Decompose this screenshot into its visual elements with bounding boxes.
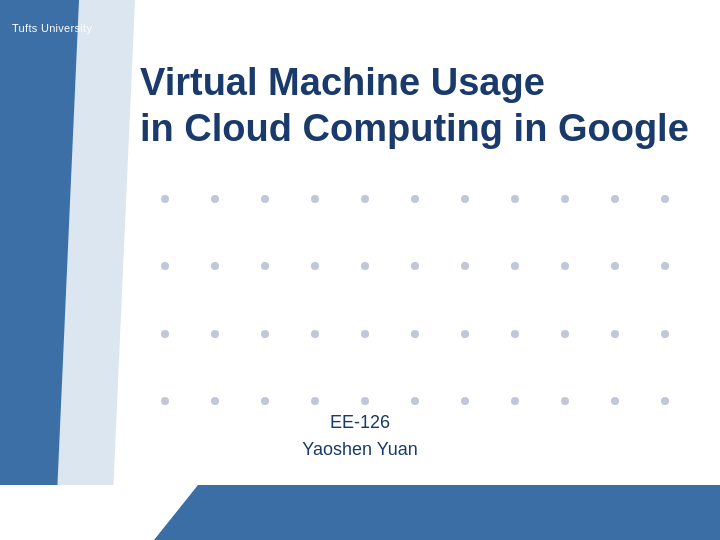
dot (211, 195, 219, 203)
dot (411, 195, 419, 203)
dot (611, 397, 619, 405)
bottom-bar (0, 485, 720, 540)
dot (161, 262, 169, 270)
dot (561, 195, 569, 203)
dot-grid (140, 181, 690, 450)
dot (511, 195, 519, 203)
dot (311, 330, 319, 338)
dot (161, 330, 169, 338)
dot (261, 195, 269, 203)
slide-title: Virtual Machine Usage in Cloud Computing… (140, 60, 690, 151)
dot (161, 397, 169, 405)
course-code: EE-126 (0, 412, 720, 433)
dot (511, 330, 519, 338)
dot (311, 397, 319, 405)
main-content: Virtual Machine Usage in Cloud Computing… (140, 50, 690, 460)
dot (661, 262, 669, 270)
dot (311, 262, 319, 270)
dot (411, 397, 419, 405)
dot (661, 195, 669, 203)
dot (361, 397, 369, 405)
dot (461, 330, 469, 338)
dot (511, 262, 519, 270)
dot (561, 397, 569, 405)
footer-content: EE-126 Yaoshen Yuan (0, 412, 720, 460)
dot (511, 397, 519, 405)
dot (361, 330, 369, 338)
dot (611, 330, 619, 338)
author-name: Yaoshen Yuan (0, 439, 720, 460)
dot (611, 262, 619, 270)
dot (211, 397, 219, 405)
dot (411, 262, 419, 270)
dot (661, 330, 669, 338)
dot (361, 262, 369, 270)
dot (461, 397, 469, 405)
dot (561, 330, 569, 338)
dot (261, 330, 269, 338)
slide: Tufts University Virtual Machine Usage i… (0, 0, 720, 540)
dot (211, 262, 219, 270)
header: Tufts University (0, 0, 720, 55)
dot (361, 195, 369, 203)
dot (461, 195, 469, 203)
title-line-2: in Cloud Computing in Google (140, 107, 689, 149)
dot (161, 195, 169, 203)
dot (311, 195, 319, 203)
dot (461, 262, 469, 270)
university-name: Tufts University (12, 22, 92, 34)
title-line-1: Virtual Machine Usage (140, 61, 545, 103)
dot (661, 397, 669, 405)
dot (411, 330, 419, 338)
dot (611, 195, 619, 203)
dot (211, 330, 219, 338)
dot (261, 397, 269, 405)
dot (261, 262, 269, 270)
dot (561, 262, 569, 270)
